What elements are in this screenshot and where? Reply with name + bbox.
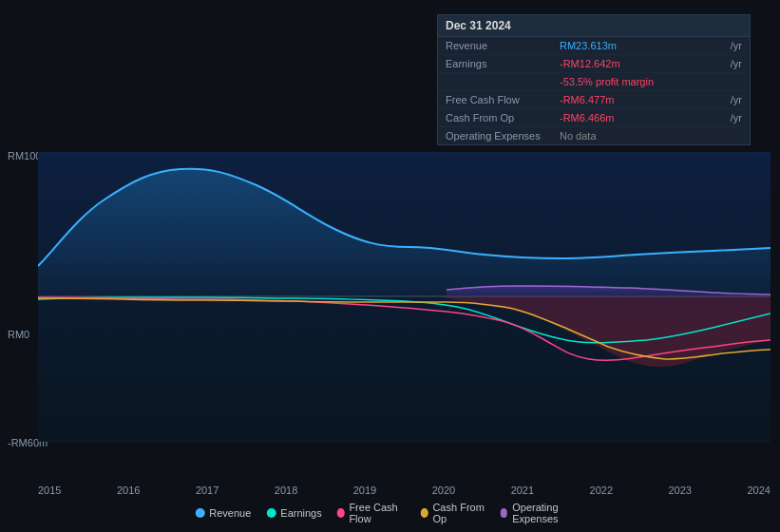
tooltip-box: Dec 31 2024 Revenue RM23.613m /yr Earnin… [437, 14, 751, 145]
legend-label-fcf: Free Cash Flow [349, 502, 405, 524]
tooltip-row-earnings: Earnings -RM12.642m /yr [438, 55, 750, 73]
x-label-2023: 2023 [669, 484, 692, 496]
chart-svg [38, 152, 770, 442]
legend-dot-cashop [421, 508, 428, 518]
x-axis: 2015 2016 2017 2018 2019 2020 2021 2022 … [38, 484, 770, 496]
legend-cashop[interactable]: Cash From Op [421, 502, 485, 524]
legend-dot-fcf [337, 508, 345, 518]
legend-dot-earnings [266, 508, 276, 518]
x-label-2020: 2020 [432, 484, 455, 496]
tooltip-label-revenue: Revenue [446, 40, 560, 51]
tooltip-label-opex: Operating Expenses [446, 130, 560, 142]
x-label-2024: 2024 [747, 484, 770, 496]
tooltip-row-fcf: Free Cash Flow -RM6.477m /yr [438, 91, 750, 109]
tooltip-unit-fcf: /yr [731, 94, 742, 105]
x-label-2016: 2016 [117, 484, 140, 496]
legend-revenue[interactable]: Revenue [195, 507, 251, 519]
x-label-2015: 2015 [38, 484, 61, 496]
y-label-zero: RM0 [8, 329, 29, 340]
legend-label-cashop: Cash From Op [432, 502, 485, 524]
tooltip-unit-earnings: /yr [731, 58, 742, 69]
tooltip-unit-cashop: /yr [731, 112, 742, 124]
tooltip-row-opex: Operating Expenses No data [438, 127, 750, 144]
legend-opex[interactable]: Operating Expenses [501, 502, 585, 524]
x-label-2018: 2018 [275, 484, 297, 496]
legend-dot-revenue [195, 508, 204, 518]
tooltip-label-cashop: Cash From Op [446, 112, 560, 124]
legend-label-earnings: Earnings [280, 507, 321, 519]
legend-label-revenue: Revenue [209, 507, 251, 519]
legend-earnings[interactable]: Earnings [266, 507, 321, 519]
legend-dot-opex [501, 508, 508, 518]
x-label-2019: 2019 [353, 484, 376, 496]
tooltip-value-revenue: RM23.613m [560, 40, 729, 51]
tooltip-label-earnings: Earnings [446, 58, 560, 69]
tooltip-value-fcf: -RM6.477m [560, 94, 729, 105]
chart-legend: Revenue Earnings Free Cash Flow Cash Fro… [195, 502, 585, 524]
legend-fcf[interactable]: Free Cash Flow [337, 502, 406, 524]
x-label-2022: 2022 [590, 484, 613, 496]
tooltip-value-earnings: -RM12.642m [560, 58, 729, 69]
tooltip-row-cashop: Cash From Op -RM6.466m /yr [438, 109, 750, 127]
tooltip-row-revenue: Revenue RM23.613m /yr [438, 37, 750, 55]
x-label-2017: 2017 [196, 484, 219, 496]
tooltip-value-margin: -53.5% profit margin [560, 76, 742, 87]
x-label-2021: 2021 [511, 484, 534, 496]
tooltip-date: Dec 31 2024 [438, 15, 750, 37]
tooltip-label-fcf: Free Cash Flow [446, 94, 560, 105]
tooltip-value-cashop: -RM6.466m [560, 112, 729, 124]
tooltip-unit-revenue: /yr [731, 40, 742, 51]
tooltip-value-opex: No data [560, 130, 742, 142]
tooltip-row-margin: -53.5% profit margin [438, 73, 750, 91]
legend-label-opex: Operating Expenses [512, 502, 585, 524]
